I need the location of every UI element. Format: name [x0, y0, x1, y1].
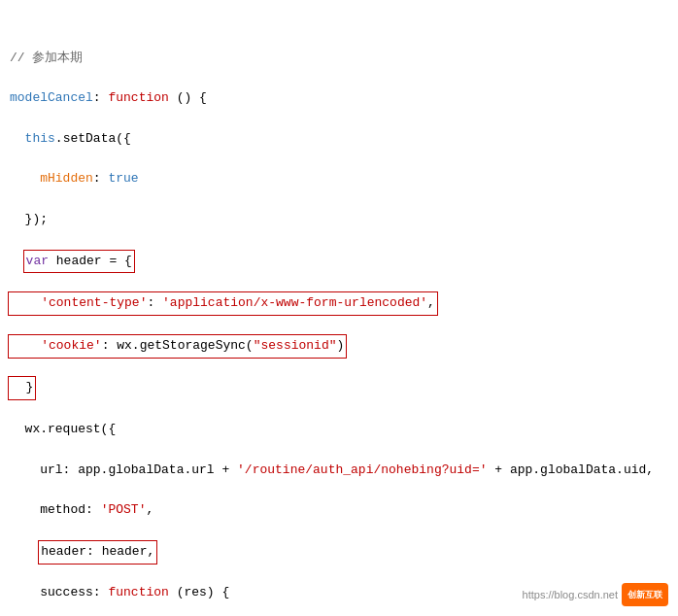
code-line: // 参加本期: [10, 49, 668, 69]
code-line: 'cookie': wx.getStorageSync("sessionid"): [10, 335, 668, 358]
code-line: });: [10, 210, 668, 230]
code-line: method: 'POST',: [10, 500, 668, 521]
code-line: wx.request({: [10, 420, 668, 440]
code-line: header: header,: [10, 541, 668, 564]
code-line: 'content-type': 'application/x-www-form-…: [10, 292, 668, 315]
code-line: this.setData({: [10, 129, 668, 150]
code-line: modelCancel: function () {: [10, 88, 668, 109]
watermark-url: https://blog.csdn.net: [523, 589, 618, 600]
watermark: https://blog.csdn.net 创新互联: [523, 583, 668, 606]
brand-logo: 创新互联: [622, 583, 668, 606]
code-container: // 参加本期 modelCancel: function () { this.…: [0, 0, 678, 616]
code-line: url: app.globalData.url + '/routine/auth…: [10, 461, 668, 481]
code-line: }: [10, 377, 668, 399]
code-line: mHidden: true: [10, 169, 668, 189]
code-line: var header = {: [10, 251, 668, 273]
brand-name: 创新互联: [627, 589, 662, 601]
